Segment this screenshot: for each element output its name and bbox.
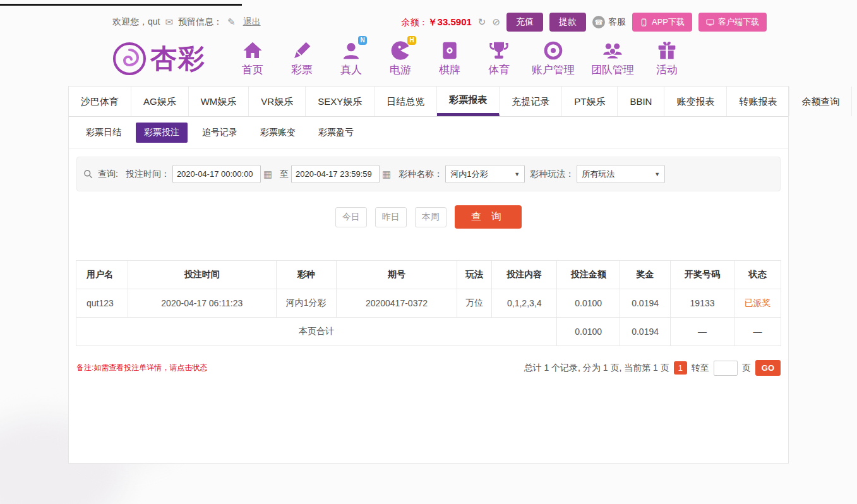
customer-service-link[interactable]: ☎ 客服: [592, 16, 626, 28]
logo-text: 杏彩: [150, 41, 206, 76]
time-to-input[interactable]: [291, 165, 380, 183]
this-week-button[interactable]: 本周: [415, 207, 446, 227]
badge-n: N: [358, 36, 367, 45]
lottery-name-select[interactable]: 河内1分彩 ▼: [445, 165, 525, 183]
bets-table: 用户名 投注时间 彩种 期号 玩法 投注内容 投注金额 奖金 开奖号码 状态 q…: [76, 260, 781, 346]
time-from-input[interactable]: [172, 165, 261, 183]
topbar: 欢迎您，qut ✉ 预留信息： ✎ 退出 余额：￥33.5901 ↻ ⊘ 充值 …: [68, 0, 789, 37]
table-header-row: 用户名 投注时间 彩种 期号 玩法 投注内容 投注金额 奖金 开奖号码 状态: [76, 261, 781, 289]
trophy-icon: [489, 40, 509, 61]
subtab-lottery-bets[interactable]: 彩票投注: [136, 123, 188, 143]
nav-item-account[interactable]: 账户管理: [532, 40, 575, 77]
eye-hidden-icon[interactable]: ⊘: [492, 16, 500, 28]
site-logo[interactable]: 杏彩: [112, 41, 206, 76]
balance: 余额：￥33.5901: [402, 16, 472, 28]
recharge-button[interactable]: 充值: [506, 13, 543, 32]
tab-daily-summary[interactable]: 日结总览: [375, 87, 437, 116]
mail-icon[interactable]: ✉: [165, 16, 173, 28]
nav-item-team[interactable]: 团队管理: [591, 40, 634, 77]
subtab-lottery-account-change[interactable]: 彩票账变: [252, 123, 304, 143]
header-play: 玩法: [457, 261, 492, 289]
logout-link[interactable]: 退出: [243, 16, 261, 28]
footer-note: 备注:如需查看投注单详情，请点击状态: [76, 363, 207, 373]
header-status: 状态: [734, 261, 781, 289]
withdraw-button[interactable]: 提款: [549, 13, 586, 32]
table-footer: 备注:如需查看投注单详情，请点击状态 总计 1 个记录, 分为 1 页, 当前第…: [76, 360, 781, 376]
cell-bonus: 0.0194: [620, 289, 671, 318]
page-unit-label: 页: [742, 363, 751, 374]
search-button[interactable]: 查 询: [455, 205, 522, 229]
lottery-ticket-icon: [292, 40, 312, 61]
client-download-button[interactable]: 客户端下载: [698, 13, 767, 32]
quick-filter-row: 今日 昨日 本周 查 询: [69, 205, 788, 229]
tab-shaba-sports[interactable]: 沙巴体育: [69, 87, 131, 116]
tab-transfer-report[interactable]: 转账报表: [727, 87, 789, 116]
tab-ag[interactable]: AG娱乐: [131, 87, 189, 116]
play-type-select[interactable]: 所有玩法 ▼: [577, 165, 665, 183]
go-button[interactable]: GO: [755, 360, 781, 376]
refresh-icon[interactable]: ↻: [478, 16, 486, 28]
home-icon: [243, 40, 263, 61]
search-form: 查询: 投注时间： ▦ 至 ▦ 彩种名称： 河内1分彩 ▼ 彩种玩法： 所有玩法…: [76, 157, 781, 191]
brand-row: 杏彩 首页 彩票 N 真人: [68, 37, 789, 86]
tab-balance-query[interactable]: 余额查询: [789, 87, 852, 116]
cell-play: 万位: [457, 289, 492, 318]
table-row: qut123 2020-04-17 06:11:23 河内1分彩 2020041…: [76, 289, 781, 318]
bet-time-label: 投注时间：: [126, 169, 170, 180]
subtab-chase-records[interactable]: 追号记录: [194, 123, 246, 143]
goto-page-input[interactable]: [714, 361, 738, 376]
lottery-name-label: 彩种名称：: [399, 169, 443, 180]
play-type-label: 彩种玩法：: [530, 169, 574, 180]
page-1-button[interactable]: 1: [674, 361, 687, 375]
nav-item-sports[interactable]: 体育: [482, 40, 515, 77]
subtab-lottery-profit[interactable]: 彩票盈亏: [310, 123, 362, 143]
app-download-button[interactable]: APP下载: [632, 13, 692, 32]
cell-bet-amount: 0.0100: [557, 289, 620, 318]
tab-pt[interactable]: PT娱乐: [562, 87, 618, 116]
header-bet-content: 投注内容: [492, 261, 557, 289]
report-panel: 沙巴体育 AG娱乐 WM娱乐 VR娱乐 SEXY娱乐 日结总览 彩票报表 充提记…: [68, 86, 789, 464]
tab-deposit-records[interactable]: 充提记录: [500, 87, 562, 116]
edit-icon[interactable]: ✎: [227, 16, 236, 28]
monitor-icon: [706, 18, 714, 27]
yesterday-button[interactable]: 昨日: [375, 207, 407, 227]
search-icon: [83, 169, 93, 179]
chevron-down-icon: ▼: [654, 171, 660, 177]
cell-bet-time: 2020-04-17 06:11:23: [128, 289, 276, 318]
cell-lottery: 河内1分彩: [276, 289, 336, 318]
tab-lottery-report[interactable]: 彩票报表: [437, 87, 500, 116]
summary-numbers: —: [671, 318, 734, 346]
cell-bet-content: 0,1,2,3,4: [492, 289, 557, 318]
nav-item-live[interactable]: N 真人: [335, 40, 368, 77]
calendar-icon[interactable]: ▦: [263, 169, 272, 180]
calendar-icon[interactable]: ▦: [382, 169, 391, 180]
header-draw-numbers: 开奖号码: [671, 261, 734, 289]
nav-item-home[interactable]: 首页: [236, 40, 269, 77]
subtab-lottery-daily[interactable]: 彩票日结: [78, 123, 129, 143]
nav-item-egames[interactable]: H 电游: [384, 40, 417, 77]
nav-item-activity[interactable]: 活动: [650, 40, 683, 77]
welcome-text: 欢迎您，qut: [112, 16, 160, 28]
today-button[interactable]: 今日: [335, 207, 367, 227]
query-label: 查询:: [98, 169, 118, 180]
header-username: 用户名: [76, 261, 128, 289]
tab-bbin[interactable]: BBIN: [618, 87, 664, 116]
tab-wm[interactable]: WM娱乐: [189, 87, 249, 116]
nav-item-lottery[interactable]: 彩票: [285, 40, 318, 77]
account-icon: [543, 40, 563, 61]
cell-issue: 20200417-0372: [336, 289, 457, 318]
tab-vr[interactable]: VR娱乐: [249, 87, 306, 116]
badge-h: H: [407, 36, 416, 45]
to-label: 至: [280, 169, 289, 180]
summary-label: 本页合计: [76, 318, 557, 346]
lottery-subtabs: 彩票日结 彩票投注 追号记录 彩票账变 彩票盈亏: [69, 117, 788, 149]
tab-sexy[interactable]: SEXY娱乐: [306, 87, 375, 116]
tab-vg[interactable]: VG娱乐: [852, 87, 857, 116]
nav-item-boardgames[interactable]: 棋牌: [433, 40, 466, 77]
live-person-icon: N: [341, 40, 361, 61]
header-bet-amount: 投注金额: [557, 261, 620, 289]
summary-row: 本页合计 0.0100 0.0194 — —: [76, 318, 781, 346]
tab-account-change-report[interactable]: 账变报表: [664, 87, 727, 116]
status-link[interactable]: 已派奖: [744, 297, 770, 308]
balance-value: ￥33.5901: [428, 16, 472, 27]
